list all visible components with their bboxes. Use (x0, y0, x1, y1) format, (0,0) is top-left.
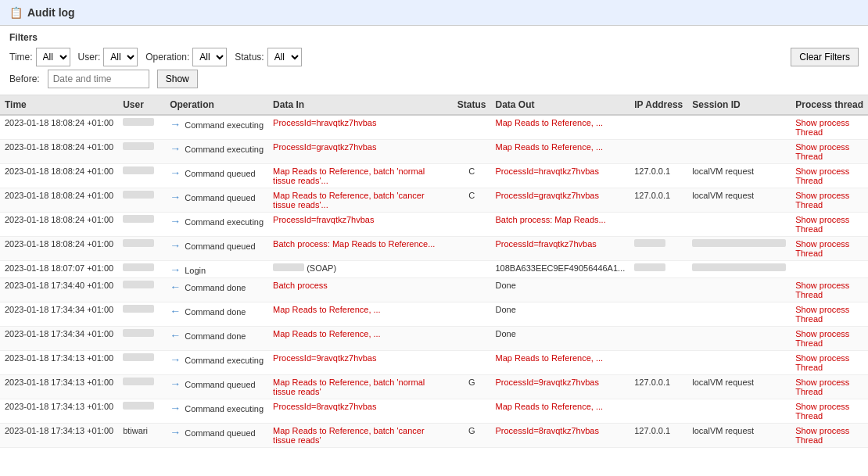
data-in-link[interactable]: ProcessId=8ravqtkz7hvbas (273, 402, 376, 411)
data-in-link[interactable]: Map Reads to Reference, batch 'normal ti… (273, 378, 425, 396)
data-out-link[interactable]: ProcessId=8ravqtkz7hvbas (496, 426, 599, 435)
data-in-link[interactable]: Map Reads to Reference, batch 'cancer ti… (273, 191, 424, 209)
data-out-link[interactable]: Batch process: Map Reads... (496, 215, 606, 224)
cell-process[interactable]: Show processThread (791, 424, 868, 448)
data-in-link[interactable]: Batch process: Map Reads to Reference... (273, 239, 435, 249)
data-in-link[interactable]: Map Reads to Reference, batch 'normal ti… (273, 166, 425, 185)
cell-data-in[interactable]: Map Reads to Reference, batch 'normal ti… (268, 375, 453, 399)
cell-process[interactable]: Show processThread (791, 140, 868, 164)
cell-data-in[interactable]: Map Reads to Reference, ... (268, 327, 453, 351)
operation-select[interactable]: All (192, 48, 227, 66)
cell-data-in[interactable]: ProcessId=gravqtkz7hvbas (268, 140, 453, 164)
cell-data-in[interactable]: Map Reads to Reference, batch 'normal ti… (268, 164, 453, 188)
show-process-link[interactable]: Show processThread (795, 239, 849, 258)
cell-data-in[interactable]: ProcessId=hravqtkz7hvbas (268, 115, 453, 140)
operation-text: Command done (182, 331, 246, 341)
cell-data-out[interactable]: ProcessId=fravqtkz7hvbas (491, 237, 630, 261)
show-process-link[interactable]: Show processThread (795, 378, 849, 396)
cell-time: 2023-01-18 18:08:24 +01:00 (0, 140, 118, 164)
cell-data-out[interactable]: Map Reads to Reference, ... (491, 140, 630, 164)
time-label: Time: (9, 52, 33, 63)
cell-time: 2023-01-18 17:34:13 +01:00 (0, 399, 118, 424)
cell-data-in[interactable]: Map Reads to Reference, ... (268, 302, 453, 327)
cell-data-out: Done (491, 302, 630, 327)
data-in-link[interactable]: Map Reads to Reference, ... (273, 305, 381, 314)
show-process-link[interactable]: Show processThread (795, 215, 849, 234)
time-select[interactable]: All (36, 48, 70, 66)
user-label: User: (78, 52, 101, 63)
data-in-link[interactable]: ProcessId=hravqtkz7hvbas (273, 118, 376, 127)
user-select[interactable]: All (103, 48, 138, 66)
data-out-link[interactable]: Map Reads to Reference, ... (496, 402, 604, 411)
cell-process[interactable]: Show processThread (791, 164, 868, 188)
cell-time: 2023-01-18 17:34:13 +01:00 (0, 424, 118, 448)
cell-data-out[interactable]: ProcessId=9ravqtkz7hvbas (491, 375, 630, 399)
data-out-link[interactable]: ProcessId=fravqtkz7hvbas (496, 239, 597, 249)
cell-process[interactable]: Show processThread (791, 237, 868, 261)
cell-data-out[interactable]: ProcessId=gravqtkz7hvbas (491, 188, 630, 213)
data-in-link[interactable]: ProcessId=gravqtkz7hvbas (273, 142, 376, 152)
audit-icon: 📋 (9, 6, 23, 19)
cell-data-in[interactable]: ProcessId=9ravqtkz7hvbas (268, 351, 453, 375)
cell-status: C (453, 164, 491, 188)
show-process-link[interactable]: Show processThread (795, 426, 849, 445)
table-row: 2023-01-18 18:08:24 +01:00→ Command exec… (0, 115, 868, 140)
status-select[interactable]: All (267, 48, 302, 66)
show-process-link[interactable]: Show processThread (795, 353, 849, 372)
col-data-out: Data Out (491, 95, 630, 115)
data-out-link[interactable]: ProcessId=hravqtkz7hvbas (496, 166, 599, 176)
cell-data-in[interactable]: Map Reads to Reference, batch 'cancer ti… (268, 424, 453, 448)
clear-filters-button[interactable]: Clear Filters (791, 48, 859, 66)
data-out-link[interactable]: Map Reads to Reference, ... (496, 142, 604, 152)
show-process-link[interactable]: Show processThread (795, 305, 849, 324)
data-out-link[interactable]: Map Reads to Reference, ... (496, 353, 604, 363)
show-process-link[interactable]: Show processThread (795, 191, 849, 209)
cell-process[interactable]: Show processThread (791, 302, 868, 327)
cell-data-out[interactable]: Map Reads to Reference, ... (491, 399, 630, 424)
cell-data-in[interactable]: ProcessId=fravqtkz7hvbas (268, 213, 453, 237)
data-in-link[interactable]: Map Reads to Reference, ... (273, 329, 381, 338)
data-in-link[interactable]: ProcessId=fravqtkz7hvbas (273, 215, 374, 224)
table-header-row: Time User Operation Data In Status Data … (0, 95, 868, 115)
cell-session: localVM request (687, 188, 791, 213)
cell-process[interactable]: Show processThread (791, 351, 868, 375)
arrow-left-icon: ← (170, 329, 182, 338)
cell-process[interactable]: Show processThread (791, 213, 868, 237)
data-out-link[interactable]: Map Reads to Reference, ... (496, 118, 604, 127)
cell-operation: → Command queued (165, 375, 268, 399)
cell-data-out[interactable]: Map Reads to Reference, ... (491, 351, 630, 375)
cell-data-out[interactable]: Map Reads to Reference, ... (491, 115, 630, 140)
cell-data-out[interactable]: ProcessId=8ravqtkz7hvbas (491, 424, 630, 448)
show-process-link[interactable]: Show processThread (795, 142, 849, 161)
show-process-link[interactable]: Show processThread (795, 281, 849, 299)
data-in-link[interactable]: Map Reads to Reference, batch 'cancer ti… (273, 426, 424, 445)
cell-process[interactable]: Show processThread (791, 188, 868, 213)
cell-process[interactable]: Show processThread (791, 115, 868, 140)
date-input[interactable] (48, 70, 149, 88)
show-process-link[interactable]: Show processThread (795, 329, 849, 348)
cell-data-in[interactable]: Batch process: Map Reads to Reference... (268, 237, 453, 261)
cell-operation: → Command queued (165, 237, 268, 261)
cell-process[interactable]: Show processThread (791, 327, 868, 351)
cell-process[interactable]: Show processThread (791, 375, 868, 399)
cell-time: 2023-01-18 18:08:24 +01:00 (0, 213, 118, 237)
data-in-link[interactable]: Batch process (273, 281, 328, 290)
data-out-link[interactable]: ProcessId=9ravqtkz7hvbas (496, 378, 599, 387)
cell-data-out[interactable]: ProcessId=hravqtkz7hvbas (491, 164, 630, 188)
data-out-link[interactable]: ProcessId=gravqtkz7hvbas (496, 191, 599, 200)
cell-data-in[interactable]: Batch process (268, 278, 453, 302)
data-in-link[interactable]: ProcessId=9ravqtkz7hvbas (273, 353, 376, 363)
cell-data-in[interactable]: ProcessId=8ravqtkz7hvbas (268, 399, 453, 424)
show-process-link[interactable]: Show processThread (795, 118, 849, 137)
cell-time: 2023-01-18 17:34:40 +01:00 (0, 278, 118, 302)
cell-session (687, 302, 791, 327)
show-button[interactable]: Show (157, 70, 198, 88)
cell-data-out[interactable]: Batch process: Map Reads... (491, 213, 630, 237)
cell-process[interactable]: Show processThread (791, 278, 868, 302)
cell-status (453, 327, 491, 351)
show-process-link[interactable]: Show processThread (795, 402, 849, 421)
cell-process[interactable]: Show processThread (791, 399, 868, 424)
show-process-link[interactable]: Show processThread (795, 166, 849, 185)
cell-operation: → Command executing (165, 213, 268, 237)
cell-data-in[interactable]: Map Reads to Reference, batch 'cancer ti… (268, 188, 453, 213)
